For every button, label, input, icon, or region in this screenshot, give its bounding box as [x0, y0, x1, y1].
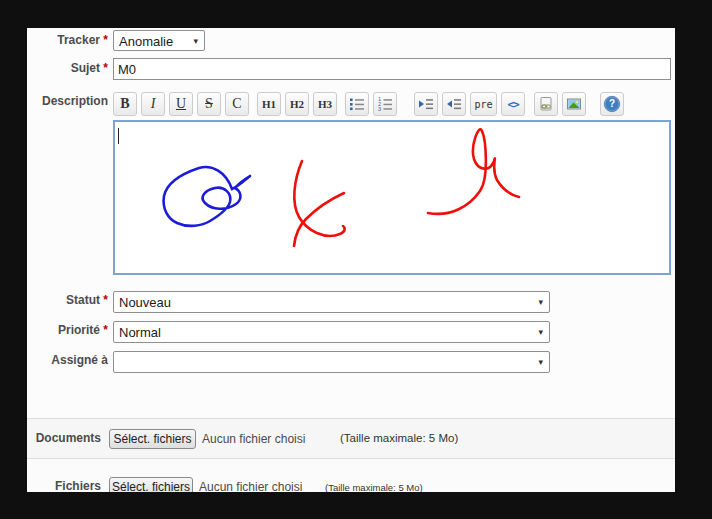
link-icon: [538, 96, 554, 112]
svg-text:?: ?: [609, 98, 615, 109]
assignee-select[interactable]: ▾: [113, 351, 550, 373]
unordered-list-icon: [349, 96, 365, 112]
ordered-list-button[interactable]: 1 2 3: [373, 92, 397, 116]
cite-button[interactable]: C: [225, 92, 249, 116]
freehand-drawing: [115, 122, 669, 273]
priority-select[interactable]: Normal ▾: [113, 321, 550, 343]
priority-label: Priorité *: [27, 323, 108, 337]
svg-text:3: 3: [378, 106, 381, 112]
indent-icon: [418, 96, 434, 112]
italic-icon: I: [151, 97, 156, 111]
link-button[interactable]: [534, 92, 558, 116]
outdent-icon: [446, 96, 462, 112]
status-select-value: Nouveau: [119, 295, 171, 310]
subject-label-text: Sujet: [71, 61, 100, 75]
status-select[interactable]: Nouveau ▾: [113, 291, 550, 313]
ordered-list-icon: 1 2 3: [377, 96, 393, 112]
status-required-asterisk: *: [103, 293, 108, 307]
bold-icon: B: [120, 97, 129, 111]
description-label: Description: [27, 94, 108, 108]
priority-required-asterisk: *: [103, 323, 108, 337]
strikethrough-icon: S: [205, 97, 213, 111]
heading1-icon: H1: [262, 98, 276, 110]
italic-button[interactable]: I: [141, 92, 165, 116]
preformatted-icon: pre: [474, 99, 492, 110]
subject-input[interactable]: [113, 58, 671, 80]
tracker-select[interactable]: Anomalie ▾: [113, 30, 205, 51]
chevron-down-icon: ▾: [538, 358, 543, 367]
assignee-label: Assigné à: [27, 353, 108, 367]
documents-no-file-text: Aucun fichier choisi: [202, 432, 305, 446]
chevron-down-icon: ▾: [538, 298, 543, 307]
red-curve-stroke: [428, 129, 519, 214]
wiki-toolbar: B I U S C H1 H2 H3 1 2 3: [113, 92, 624, 116]
unordered-list-button[interactable]: [345, 92, 369, 116]
help-icon: ?: [603, 95, 621, 113]
outdent-button[interactable]: [442, 92, 466, 116]
preformatted-button[interactable]: pre: [470, 92, 497, 116]
cite-icon: C: [232, 97, 241, 111]
underline-button[interactable]: U: [169, 92, 193, 116]
heading1-button[interactable]: H1: [257, 92, 281, 116]
fichiers-row: Fichiers Sélect. fichiers Aucun fichier …: [27, 458, 675, 492]
image-icon: [566, 96, 582, 112]
description-textarea[interactable]: [113, 120, 671, 275]
screen: Tracker * Anomalie ▾ Sujet * Description…: [0, 0, 712, 519]
chevron-down-icon: ▾: [538, 328, 543, 337]
indent-button[interactable]: [414, 92, 438, 116]
fichiers-label: Fichiers: [27, 479, 101, 492]
inline-code-icon: <>: [507, 98, 518, 111]
tracker-label: Tracker *: [27, 33, 108, 47]
heading2-button[interactable]: H2: [285, 92, 309, 116]
heading2-icon: H2: [290, 98, 304, 110]
status-label: Statut *: [27, 293, 108, 307]
heading3-button[interactable]: H3: [313, 92, 337, 116]
heading3-icon: H3: [318, 98, 332, 110]
strikethrough-button[interactable]: S: [197, 92, 221, 116]
documents-file-button[interactable]: Sélect. fichiers: [109, 429, 196, 449]
priority-label-text: Priorité: [58, 323, 100, 337]
bold-button[interactable]: B: [113, 92, 137, 116]
underline-icon: U: [176, 97, 186, 111]
help-button[interactable]: ?: [600, 92, 624, 116]
documents-max-size-hint: (Taille maximale: 5 Mo): [340, 432, 458, 444]
image-button[interactable]: [562, 92, 586, 116]
chevron-down-icon: ▾: [193, 36, 198, 45]
inline-code-button[interactable]: <>: [501, 92, 525, 116]
blue-scribble-stroke: [164, 167, 250, 226]
documents-label: Documents: [27, 431, 101, 445]
subject-label: Sujet *: [27, 61, 108, 75]
issue-form: Tracker * Anomalie ▾ Sujet * Description…: [27, 28, 675, 492]
priority-select-value: Normal: [119, 325, 161, 340]
status-label-text: Statut: [66, 293, 100, 307]
tracker-required-asterisk: *: [103, 33, 108, 47]
fichiers-no-file-text: Aucun fichier choisi: [199, 480, 302, 492]
fichiers-file-button[interactable]: Sélect. fichiers: [109, 477, 193, 492]
tracker-label-text: Tracker: [57, 33, 100, 47]
subject-required-asterisk: *: [103, 61, 108, 75]
tracker-select-value: Anomalie: [119, 34, 173, 49]
documents-row: Documents Sélect. fichiers Aucun fichier…: [27, 418, 675, 458]
fichiers-max-size-hint: (Taille maximale: 5 Mo): [325, 482, 423, 492]
